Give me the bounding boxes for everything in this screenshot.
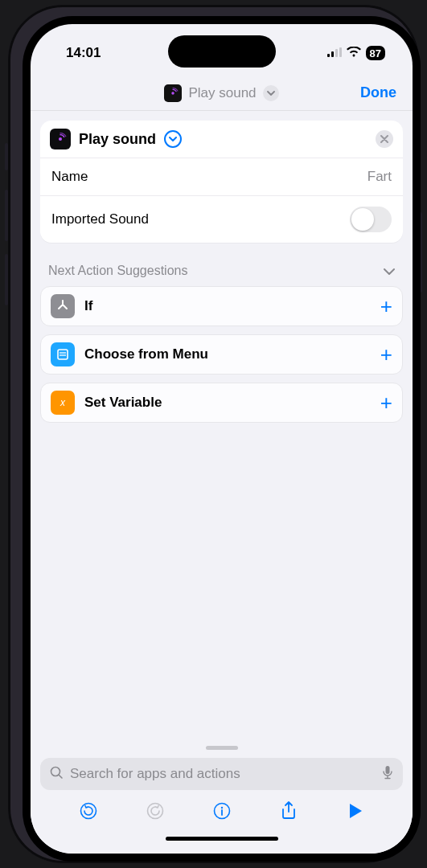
svg-rect-1	[331, 51, 334, 57]
svg-rect-2	[335, 49, 338, 57]
svg-rect-6	[58, 350, 68, 359]
done-button[interactable]: Done	[360, 76, 396, 110]
wifi-icon	[347, 45, 361, 61]
action-card-header: Play sound	[40, 121, 403, 158]
nav-title: Play sound	[188, 85, 256, 101]
svg-point-13	[80, 804, 96, 819]
svg-rect-0	[327, 54, 330, 57]
phone-frame: 14:01 87 Play sound Done	[8, 5, 419, 863]
imported-sound-toggle[interactable]	[350, 207, 392, 232]
svg-rect-3	[339, 47, 342, 57]
home-indicator[interactable]	[166, 837, 278, 841]
chevron-down-icon[interactable]	[263, 85, 279, 101]
svg-point-14	[147, 804, 162, 819]
search-bar[interactable]	[40, 758, 403, 790]
suggestion-label: Set Variable	[84, 395, 371, 411]
param-value: Fart	[367, 169, 392, 185]
status-time: 14:01	[66, 45, 101, 61]
cellular-icon	[327, 45, 342, 61]
suggestions-title: Next Action Suggestions	[48, 264, 187, 278]
suggestion-choose-from-menu[interactable]: Choose from Menu +	[40, 334, 403, 375]
suggestion-label: If	[84, 298, 371, 314]
svg-line-11	[59, 775, 62, 778]
param-label: Name	[51, 169, 88, 185]
undo-button[interactable]	[74, 801, 103, 821]
chevron-down-icon	[384, 264, 395, 278]
variable-icon: x	[51, 391, 75, 415]
mic-icon[interactable]	[382, 765, 393, 783]
search-input[interactable]	[70, 766, 376, 782]
svg-point-16	[220, 807, 222, 809]
close-icon[interactable]	[376, 130, 393, 148]
action-title: Play sound	[79, 131, 156, 148]
menu-icon	[51, 342, 75, 366]
suggestions-header[interactable]: Next Action Suggestions	[40, 243, 403, 286]
nav-bar: Play sound Done	[31, 76, 413, 111]
battery-indicator: 87	[366, 46, 385, 60]
phone-bezel: 14:01 87 Play sound Done	[23, 16, 421, 862]
param-row-imported-sound: Imported Sound	[40, 195, 403, 243]
content-area[interactable]: Play sound Name Fart Imported Sound	[31, 111, 413, 739]
branch-icon	[51, 294, 75, 318]
app-icon	[50, 129, 71, 149]
svg-text:x: x	[60, 397, 66, 408]
redo-button	[141, 801, 170, 821]
plus-icon[interactable]: +	[380, 392, 392, 413]
search-icon	[50, 766, 64, 783]
screen: 14:01 87 Play sound Done	[31, 24, 413, 854]
suggestion-set-variable[interactable]: x Set Variable +	[40, 383, 403, 423]
bottom-sheet	[31, 739, 413, 854]
toggle-knob	[351, 208, 374, 231]
svg-rect-12	[386, 766, 390, 774]
sheet-grabber[interactable]	[206, 746, 238, 750]
dynamic-island	[168, 35, 276, 68]
suggestion-label: Choose from Menu	[84, 346, 371, 362]
collapse-button[interactable]	[164, 130, 182, 148]
share-button[interactable]	[274, 800, 303, 821]
param-label: Imported Sound	[51, 211, 149, 227]
status-indicators: 87	[327, 45, 385, 61]
svg-point-4	[172, 92, 175, 95]
app-icon	[164, 84, 182, 102]
plus-icon[interactable]: +	[380, 344, 392, 365]
nav-title-group[interactable]: Play sound	[164, 84, 278, 102]
plus-icon[interactable]: +	[380, 296, 392, 317]
suggestion-if[interactable]: If +	[40, 286, 403, 326]
svg-point-5	[59, 137, 62, 141]
toolbar	[40, 790, 403, 832]
play-button[interactable]	[341, 802, 370, 820]
param-row-name[interactable]: Name Fart	[40, 158, 403, 195]
action-card: Play sound Name Fart Imported Sound	[40, 121, 403, 243]
info-button[interactable]	[207, 801, 236, 821]
